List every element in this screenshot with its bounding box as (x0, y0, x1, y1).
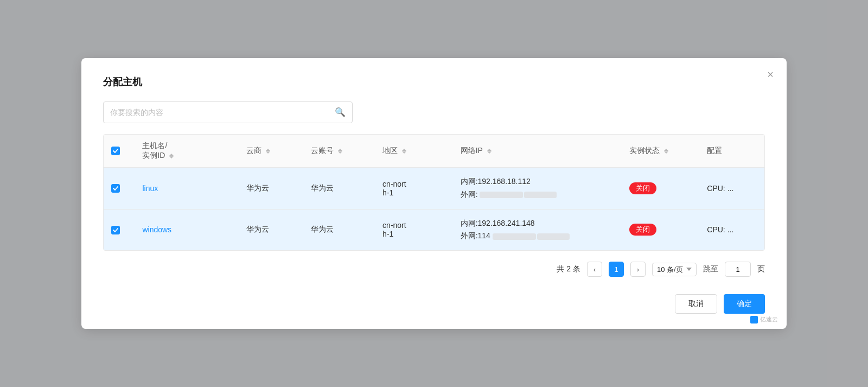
prev-page-button[interactable]: ‹ (587, 262, 602, 277)
table-row: windows华为云华为云cn-north-1内网:192.168.241.14… (104, 209, 764, 250)
th-status: 实例状态 (622, 135, 700, 168)
select-all-checkbox[interactable] (111, 147, 120, 155)
th-cloud: 云商 (239, 135, 304, 168)
status-badge: 关闭 (629, 182, 656, 194)
row-checkbox[interactable] (111, 226, 120, 234)
th-name: 主机名/实例ID (135, 135, 238, 168)
search-bar: 🔍 (103, 101, 353, 123)
host-ip: 内网:192.168.241.148外网:114 (453, 209, 622, 250)
confirm-button[interactable]: 确定 (724, 294, 765, 314)
table-header-row: 主机名/实例ID 云商 (104, 135, 764, 168)
close-button[interactable]: × (767, 69, 774, 80)
footer: 取消 确定 (103, 294, 765, 314)
modal-overlay: 分配主机 × 🔍 主机名/实例ID (0, 0, 868, 387)
sort-cloud[interactable] (266, 149, 270, 154)
next-page-button[interactable]: › (630, 262, 646, 277)
host-account: 华为云 (303, 209, 375, 250)
status-badge: 关闭 (629, 224, 656, 236)
watermark-text: 亿速云 (760, 315, 778, 323)
host-cloud: 华为云 (239, 167, 304, 209)
host-ip: 内网:192.168.18.112外网: (453, 167, 622, 209)
page-unit: 页 (757, 264, 765, 274)
host-region: cn-north-1 (375, 167, 453, 209)
pagination: 共 2 条 ‹ 1 › 10 条/页20 条/页50 条/页 跳至 页 (103, 262, 765, 277)
modal-title: 分配主机 (103, 75, 765, 88)
sort-name[interactable] (169, 154, 174, 158)
sort-account[interactable] (338, 149, 342, 154)
modal: 分配主机 × 🔍 主机名/实例ID (81, 58, 787, 329)
host-status: 关闭 (622, 209, 700, 250)
row-checkbox[interactable] (111, 184, 120, 193)
th-checkbox (104, 135, 135, 168)
data-table: 主机名/实例ID 云商 (103, 134, 765, 251)
watermark: 亿速云 (750, 315, 778, 323)
search-input[interactable] (110, 108, 335, 117)
th-config: 配置 (699, 135, 764, 168)
host-region: cn-north-1 (375, 209, 453, 250)
cancel-button[interactable]: 取消 (675, 294, 717, 314)
th-account: 云账号 (303, 135, 375, 168)
jump-label: 跳至 (703, 264, 718, 274)
watermark-logo (750, 316, 758, 323)
host-config: CPU: ... (699, 167, 764, 209)
host-account: 华为云 (303, 167, 375, 209)
th-ip: 网络IP (453, 135, 622, 168)
current-page: 1 (609, 262, 624, 277)
jump-input[interactable] (725, 262, 751, 277)
table-row: linux华为云华为云cn-north-1内网:192.168.18.112外网… (104, 167, 764, 209)
host-status: 关闭 (622, 167, 700, 209)
total-count: 共 2 条 (557, 264, 580, 274)
host-name-link[interactable]: windows (142, 225, 171, 234)
per-page-select[interactable]: 10 条/页20 条/页50 条/页 (652, 263, 697, 276)
search-icon[interactable]: 🔍 (335, 107, 346, 117)
host-name-link[interactable]: linux (142, 184, 158, 193)
sort-region[interactable] (402, 149, 406, 154)
sort-ip[interactable] (487, 149, 492, 154)
host-config: CPU: ... (699, 209, 764, 250)
sort-status[interactable] (664, 149, 668, 154)
host-cloud: 华为云 (239, 209, 304, 250)
th-region: 地区 (375, 135, 453, 168)
